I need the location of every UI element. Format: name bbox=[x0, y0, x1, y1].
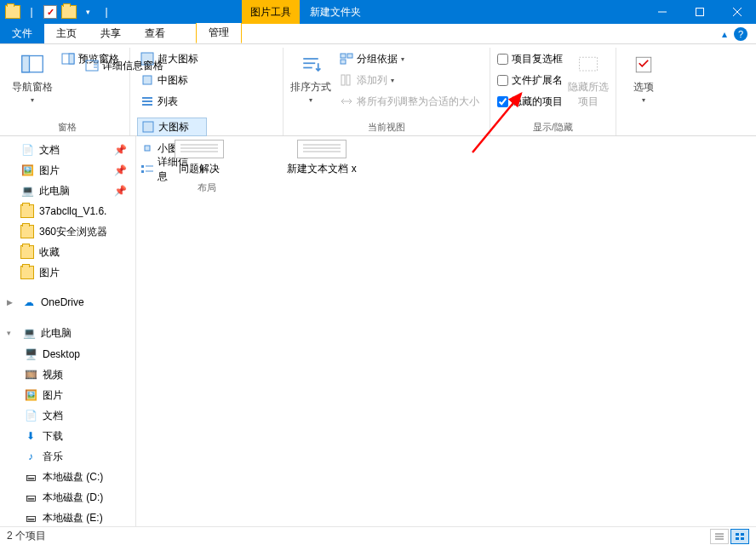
tab-share[interactable]: 共享 bbox=[89, 24, 133, 43]
add-columns-button: 添加列 ▾ bbox=[336, 71, 483, 89]
file-item[interactable]: 问题解决 bbox=[158, 136, 240, 176]
sidebar-item-videos[interactable]: 🎞️视频 bbox=[0, 364, 135, 385]
folder-icon bbox=[20, 266, 34, 279]
minimize-button[interactable] bbox=[644, 0, 681, 24]
onedrive-icon: ☁ bbox=[22, 295, 36, 309]
sidebar-item-favorites[interactable]: 收藏 bbox=[0, 242, 135, 262]
pin-icon: 📌 bbox=[114, 185, 127, 197]
disk-icon: 🖴 bbox=[24, 470, 37, 484]
music-icon: ♪ bbox=[24, 450, 37, 463]
layout-large[interactable]: 大图标 bbox=[137, 118, 207, 136]
view-details-button[interactable] bbox=[710, 529, 729, 544]
svg-rect-40 bbox=[736, 537, 739, 540]
collapse-ribbon-icon[interactable]: ▴ bbox=[722, 28, 727, 40]
group-title-show-hide: 显示/隐藏 bbox=[497, 118, 609, 135]
svg-rect-38 bbox=[736, 533, 739, 536]
sidebar-item-this-pc[interactable]: ▾💻此电脑 bbox=[0, 322, 135, 344]
svg-rect-7 bbox=[69, 54, 74, 64]
sidebar-item-this-pc-pin[interactable]: 💻此电脑📌 bbox=[0, 181, 135, 201]
ribbon-group-options: 选项 ▾ bbox=[616, 48, 671, 135]
tab-home[interactable]: 主页 bbox=[44, 24, 89, 43]
sidebar-item-disk-c[interactable]: 🖴本地磁盘 (C:) bbox=[0, 467, 135, 487]
qat-dropdown-icon[interactable]: ▾ bbox=[80, 4, 95, 20]
sidebar-item-documents[interactable]: 📄文档📌 bbox=[0, 140, 135, 160]
nav-pane-label: 导航窗格 bbox=[12, 80, 53, 95]
sidebar-item-music[interactable]: ♪音乐 bbox=[0, 446, 135, 467]
videos-icon: 🎞️ bbox=[24, 368, 37, 382]
group-title-panes: 窗格 bbox=[12, 118, 123, 135]
svg-rect-32 bbox=[580, 57, 598, 71]
preview-pane-icon bbox=[61, 52, 75, 66]
properties-icon[interactable]: ✓ bbox=[43, 4, 58, 20]
svg-rect-13 bbox=[143, 76, 152, 84]
qat-separator-2: | bbox=[99, 4, 114, 20]
file-pane[interactable]: 问题解决 新建文本文档 x bbox=[136, 136, 756, 526]
folder-icon bbox=[5, 4, 20, 20]
qat-separator: | bbox=[24, 4, 39, 20]
tab-file[interactable]: 文件 bbox=[0, 24, 44, 43]
folder-icon-2[interactable] bbox=[61, 4, 77, 20]
document-icon: 📄 bbox=[20, 143, 34, 157]
titlebar: | ✓ ▾ | 图片工具 新建文件夹 bbox=[0, 0, 756, 24]
nav-pane-icon bbox=[19, 51, 46, 78]
tab-manage[interactable]: 管理 bbox=[196, 23, 242, 43]
folder-icon bbox=[20, 204, 34, 218]
sidebar-item-pictures[interactable]: 🖼️图片📌 bbox=[0, 160, 135, 181]
sidebar-item-desktop[interactable]: 🖥️Desktop bbox=[0, 344, 135, 364]
sidebar-item-pictures3[interactable]: 🖼️图片 bbox=[0, 385, 135, 405]
sort-by-button[interactable]: 排序方式 ▾ bbox=[290, 48, 331, 118]
close-button[interactable] bbox=[719, 0, 756, 24]
options-icon bbox=[630, 51, 657, 78]
view-large-button[interactable] bbox=[730, 529, 749, 544]
window-controls bbox=[644, 0, 756, 24]
pin-icon: 📌 bbox=[114, 164, 127, 176]
collapse-icon[interactable]: ▾ bbox=[7, 329, 17, 337]
group-by-icon bbox=[340, 52, 353, 66]
file-thumbnail bbox=[297, 140, 346, 158]
filename-ext-checkbox[interactable]: 文件扩展名 bbox=[497, 71, 563, 89]
chevron-down-icon: ▾ bbox=[309, 96, 312, 104]
hide-selected-button: 隐藏所选项目 bbox=[568, 48, 609, 118]
file-item[interactable]: 新建文本文档 x bbox=[281, 136, 363, 176]
sidebar-item-disk-d[interactable]: 🖴本地磁盘 (D:) bbox=[0, 487, 135, 508]
hidden-items-checkbox[interactable]: 隐藏的项目 bbox=[497, 92, 563, 111]
chevron-down-icon: ▾ bbox=[391, 77, 394, 84]
sidebar-item-pictures2[interactable]: 图片 bbox=[0, 262, 135, 283]
navigation-sidebar[interactable]: 📄文档📌 🖼️图片📌 💻此电脑📌 37abcllq_V1.6. 360安全浏览器… bbox=[0, 136, 136, 526]
medium-icon bbox=[140, 73, 154, 87]
expand-icon[interactable]: ▶ bbox=[7, 298, 17, 307]
status-count: 2 个项目 bbox=[7, 529, 46, 543]
layout-list[interactable]: 列表 bbox=[137, 92, 207, 111]
svg-rect-29 bbox=[341, 75, 345, 85]
file-thumbnail bbox=[175, 140, 224, 158]
ribbon-tabs: 文件 主页 共享 查看 管理 ▴ ? bbox=[0, 24, 756, 44]
svg-rect-41 bbox=[741, 537, 744, 540]
help-icon[interactable]: ? bbox=[734, 27, 747, 41]
chevron-down-icon: ▾ bbox=[642, 96, 645, 104]
sidebar-item-folder1[interactable]: 37abcllq_V1.6. bbox=[0, 201, 135, 221]
pin-icon: 📌 bbox=[114, 144, 127, 156]
pictures-icon: 🖼️ bbox=[24, 388, 37, 402]
ribbon: 导航窗格 ▾ 预览窗格 详细信息窗格 窗格 超大图标 中图标 列表 bbox=[0, 44, 756, 136]
folder-icon bbox=[20, 245, 34, 259]
contextual-tab[interactable]: 图片工具 bbox=[242, 0, 300, 24]
maximize-button[interactable] bbox=[681, 0, 719, 24]
hide-icon bbox=[575, 51, 602, 78]
large-icon bbox=[141, 120, 155, 134]
svg-rect-30 bbox=[346, 75, 350, 85]
details-pane-button[interactable]: 详细信息窗格 bbox=[82, 56, 167, 75]
nav-pane-button[interactable]: 导航窗格 ▾ bbox=[12, 48, 53, 118]
sidebar-item-folder2[interactable]: 360安全浏览器 bbox=[0, 221, 135, 242]
svg-rect-1 bbox=[696, 9, 704, 16]
content-area: 📄文档📌 🖼️图片📌 💻此电脑📌 37abcllq_V1.6. 360安全浏览器… bbox=[0, 136, 756, 526]
group-by-button[interactable]: 分组依据 ▾ bbox=[336, 49, 483, 68]
options-button[interactable]: 选项 ▾ bbox=[623, 48, 664, 121]
sidebar-item-documents2[interactable]: 📄文档 bbox=[0, 405, 135, 426]
pc-icon: 💻 bbox=[22, 326, 36, 340]
sidebar-item-disk-e[interactable]: 🖴本地磁盘 (E:) bbox=[0, 508, 135, 526]
item-checkboxes-checkbox[interactable]: 项目复选框 bbox=[497, 49, 563, 68]
sidebar-item-downloads[interactable]: ⬇下载 bbox=[0, 426, 135, 446]
ribbon-group-current-view: 排序方式 ▾ 分组依据 ▾ 添加列 ▾ 将所有列调整为合适的大小 当前视图 bbox=[284, 48, 490, 135]
tab-view[interactable]: 查看 bbox=[133, 24, 177, 43]
sidebar-item-onedrive[interactable]: ▶☁OneDrive bbox=[0, 291, 135, 313]
